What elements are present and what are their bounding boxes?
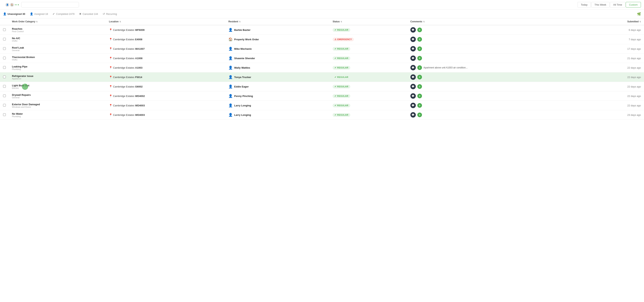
table-row[interactable]: Refrigerator IssueAppliance📍Cambridge Es… <box>0 73 644 82</box>
category-cell: Light Bulb OutElectric <box>9 82 106 91</box>
tab-label-3: Canceled 144 <box>82 13 98 16</box>
location-unit: A1003 <box>135 66 142 69</box>
submitted-cell: 22 days ago <box>588 101 644 110</box>
table-row[interactable]: Exterior Door DamagedWindows and Doors📍C… <box>0 101 644 110</box>
status-cell: ✔REGULAR <box>330 101 407 110</box>
col-0[interactable]: Work Order Category⇅ <box>9 18 106 25</box>
location-unit: A1008 <box>135 57 142 60</box>
location-base: Cambridge Estates <box>113 29 134 32</box>
location-pin-icon: 📍 <box>109 104 112 107</box>
status-badge: ⚠EMERGENCY <box>332 38 354 41</box>
status-tab-2[interactable]: ✔Completed 2479 <box>52 12 74 16</box>
time-btn-this-week[interactable]: This Week <box>591 2 610 8</box>
status-tab-1[interactable]: 👤Assigned 18 <box>30 12 48 16</box>
location-unit: WA1007 <box>135 47 145 50</box>
col-5[interactable]: Submitted⇅ <box>588 18 644 25</box>
tab-icon-3: ✖ <box>79 12 82 16</box>
comments-cell: 💬 0 <box>407 54 588 63</box>
table-row[interactable]: Leaking PipePlumbing📍Cambridge EstatesA1… <box>0 63 644 73</box>
table-row[interactable]: Thermostat BrokenHVAC📍Cambridge EstatesA… <box>0 54 644 63</box>
submitted-cell: 23 days ago <box>588 110 644 120</box>
row-checkbox-5[interactable] <box>3 76 6 78</box>
location-base: Cambridge Estates <box>113 57 134 60</box>
status-badge: ✔REGULAR <box>332 75 350 79</box>
category-name: Thermostat Broken <box>12 56 103 59</box>
category-name: Refrigerator Issue <box>12 75 103 78</box>
comment-bubble-icon: 💬 <box>410 93 416 99</box>
comment-bubble-icon: 💬 <box>410 65 416 70</box>
sort-arrows-5: ⇅ <box>640 21 641 23</box>
submitted-cell: 17 days ago <box>588 44 644 54</box>
col-1[interactable]: Location⇅ <box>106 18 225 25</box>
tab-label-1: Assigned 18 <box>34 13 48 16</box>
resident-cell: 🏠Property Work Order <box>225 35 330 44</box>
table-row[interactable]: Drywall RepairsGeneral📍Cambridge Estates… <box>0 91 644 101</box>
category-name: Exterior Door Damaged <box>12 103 103 106</box>
status-icon: ✔ <box>334 114 336 116</box>
location-cell: 📍Cambridge EstatesWF6009 <box>106 25 225 35</box>
table-row[interactable]: No WaterPlumbing📍Cambridge EstatesWD4003… <box>0 110 644 120</box>
resident-name: Tonya Trucker <box>234 76 251 79</box>
row-checkbox-8[interactable] <box>3 104 6 107</box>
col-3[interactable]: Status⇅ <box>330 18 407 25</box>
comment-bubble-icon: 💬 <box>410 84 416 89</box>
table-row[interactable]: RoachesPest Control📍Cambridge EstatesWF6… <box>0 25 644 35</box>
time-btn-all-time[interactable]: All Time <box>610 2 625 8</box>
row-checkbox-2[interactable] <box>3 47 6 50</box>
table-row[interactable]: No A/CHVAC📍Cambridge EstatesE4008🏠Proper… <box>0 35 644 44</box>
category-name: No A/C <box>12 37 103 40</box>
comments-cell: 💬 0 <box>407 35 588 44</box>
col-checkbox <box>0 18 9 25</box>
table-row[interactable]: Roof LeakGeneral📍Cambridge EstatesWA1007… <box>0 44 644 54</box>
submitted-cell: 22 days ago <box>588 91 644 101</box>
row-checkbox-4[interactable] <box>3 66 6 69</box>
person-icon: 👤 <box>228 113 233 117</box>
status-badge: ✔REGULAR <box>332 28 350 32</box>
comment-bubble-icon: 💬 <box>410 37 416 42</box>
comment-count: 0 <box>417 103 422 108</box>
status-badge: ✔REGULAR <box>332 57 350 60</box>
row-checkbox-3[interactable] <box>3 57 6 59</box>
comments-cell: 💬 0 <box>407 91 588 101</box>
search-input[interactable] <box>25 3 76 6</box>
resident-cell: 👤Mike Mechanic <box>225 44 330 54</box>
location-pin-icon: 📍 <box>109 47 112 50</box>
status-tab-4[interactable]: ↺Recurring <box>103 12 117 16</box>
comment-bubble-icon: 💬 <box>410 103 416 108</box>
property-dropdown-arrow[interactable]: ▾ <box>18 4 19 6</box>
time-btn-today[interactable]: Today <box>578 2 591 8</box>
category-cell: Exterior Door DamagedWindows and Doors <box>9 101 106 110</box>
col-4[interactable]: Comments⇅ <box>407 18 588 25</box>
location-pin-icon: 📍 <box>109 38 112 41</box>
search-box <box>21 2 79 8</box>
row-checkbox-9[interactable] <box>3 113 6 116</box>
category-sub: Plumbing <box>12 68 103 70</box>
filter-bar: 👤 🏠 ▾ TodayThis WeekAll TimeCustom <box>0 0 644 10</box>
person-icon: 👤 <box>228 28 233 32</box>
row-checkbox-6[interactable] <box>3 85 6 88</box>
category-name: Roaches <box>12 27 103 30</box>
category-cell: Refrigerator IssueAppliance <box>9 73 106 82</box>
location-pin-icon: 📍 <box>109 85 112 88</box>
person-icon: 👤 <box>228 75 233 79</box>
location-pin-icon: 📍 <box>109 94 112 98</box>
row-checkbox-7[interactable] <box>3 94 6 97</box>
time-filter-group: TodayThis WeekAll TimeCustom <box>578 2 641 8</box>
location-base: Cambridge Estates <box>113 66 134 69</box>
row-checkbox-0[interactable] <box>3 28 6 31</box>
row-checkbox-1[interactable] <box>3 38 6 41</box>
time-btn-custom[interactable]: Custom <box>626 2 641 8</box>
submitted-cell: 22 days ago <box>588 82 644 91</box>
status-tab-3[interactable]: ✖Canceled 144 <box>79 12 98 16</box>
tab-icon-4: ↺ <box>103 12 105 16</box>
comment-count: 0 <box>417 28 422 32</box>
comment-count: 0 <box>417 56 422 61</box>
status-tab-0[interactable]: 👤Unassigned 30 <box>3 12 25 16</box>
export-button[interactable]: 🌿 <box>636 12 641 16</box>
property-icon-1: 👤 <box>6 3 9 7</box>
category-cell: Thermostat BrokenHVAC <box>9 54 106 63</box>
table-row[interactable]: Light Bulb OutElectric📍Cambridge Estates… <box>0 82 644 91</box>
comment-bubble-icon: 💬 <box>410 27 416 33</box>
sort-arrows-4: ⇅ <box>423 21 425 23</box>
col-2[interactable]: Resident⇅ <box>225 18 330 25</box>
